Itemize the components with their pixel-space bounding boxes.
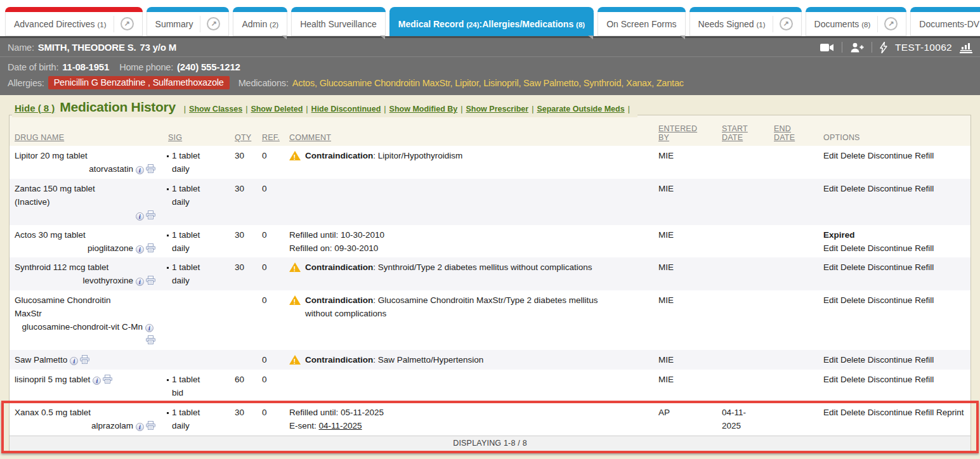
lightning-icon[interactable] <box>880 42 887 53</box>
option-delete[interactable]: Delete <box>840 184 865 193</box>
esent-date-link[interactable]: 04-11-2025 <box>319 421 362 430</box>
option-edit[interactable]: Edit <box>823 375 838 384</box>
column-header-qty[interactable]: QTY <box>228 133 256 146</box>
option-delete[interactable]: Delete <box>840 375 865 384</box>
option-edit[interactable]: Edit <box>823 151 838 160</box>
option-refill[interactable]: Refill <box>915 184 934 193</box>
link-separate-outside-meds[interactable]: Separate Outside Meds <box>537 105 624 113</box>
option-discontinue[interactable]: Discontinue <box>868 355 913 365</box>
option-edit[interactable]: Edit <box>823 408 838 417</box>
info-icon[interactable]: i <box>136 166 144 174</box>
printer-icon[interactable] <box>146 243 155 252</box>
option-edit[interactable]: Edit <box>823 184 838 193</box>
start-date-value <box>715 370 768 403</box>
medication-history-panel: Hide ( 8 ) Medication History |Show Clas… <box>9 115 971 451</box>
tab-admin-2[interactable]: Admin (2) <box>233 8 287 36</box>
option-refill[interactable]: Refill <box>915 408 934 417</box>
option-discontinue[interactable]: Discontinue <box>868 184 913 193</box>
hide-toggle-link[interactable]: Hide ( 8 ) <box>15 103 55 113</box>
column-header-entered-by[interactable]: ENTERED BY <box>652 124 715 146</box>
option-edit[interactable]: Edit <box>823 355 838 365</box>
info-icon[interactable]: i <box>93 377 101 385</box>
info-icon[interactable]: i <box>136 423 144 431</box>
column-header-drug-name[interactable]: DRUG NAME <box>10 133 162 146</box>
generic-name: levothyroxinei <box>15 275 157 288</box>
info-icon[interactable]: i <box>136 278 144 286</box>
end-date-value <box>768 290 817 350</box>
option-edit[interactable]: Edit <box>823 262 838 272</box>
printer-icon[interactable] <box>80 355 89 364</box>
option-discontinue[interactable]: Discontinue <box>868 375 913 384</box>
external-link-icon[interactable]: ↗ <box>114 16 134 32</box>
allergies-label: Allergies: <box>8 78 44 88</box>
column-header-ref[interactable]: REF. <box>256 133 283 146</box>
option-refill[interactable]: Refill <box>915 262 934 272</box>
start-date-value <box>715 179 768 225</box>
start-date-value <box>715 257 768 290</box>
tab-advanced-directives-1[interactable]: Advanced Directives (1)↗ <box>5 8 143 36</box>
ref-value: 0 <box>256 146 283 179</box>
option-delete[interactable]: Delete <box>840 355 865 365</box>
option-delete[interactable]: Delete <box>840 408 865 417</box>
end-date-value <box>768 403 817 436</box>
column-header-sig[interactable]: SIG <box>162 133 228 146</box>
option-edit[interactable]: Edit <box>823 295 838 305</box>
end-date-value <box>768 257 817 290</box>
tab-medical-record-24-allergies-medications-8[interactable]: Medical Record (24):Allergies/Medication… <box>389 8 594 36</box>
printer-icon[interactable] <box>146 421 155 430</box>
link-show-classes[interactable]: Show Classes <box>189 105 242 113</box>
option-delete[interactable]: Delete <box>840 243 865 253</box>
link-show-prescriber[interactable]: Show Prescriber <box>466 105 528 113</box>
column-header-start-date[interactable]: START DATE <box>715 124 768 146</box>
option-delete[interactable]: Delete <box>840 151 865 160</box>
option-refill[interactable]: Refill <box>915 375 934 384</box>
option-refill[interactable]: Refill <box>915 355 934 365</box>
external-link-icon[interactable]: ↗ <box>773 16 793 32</box>
option-refill[interactable]: Refill <box>915 295 934 305</box>
printer-icon[interactable] <box>146 164 155 173</box>
info-icon[interactable]: i <box>145 324 154 332</box>
option-delete[interactable]: Delete <box>840 295 865 305</box>
medications-list[interactable]: Actos, Glucosamine Chondroitin MaxStr, L… <box>292 78 684 88</box>
option-refill[interactable]: Refill <box>915 243 934 253</box>
tab-on-screen-forms[interactable]: On Screen Forms <box>598 8 685 36</box>
option-discontinue[interactable]: Discontinue <box>868 151 913 160</box>
printer-icon[interactable] <box>146 335 155 344</box>
option-delete[interactable]: Delete <box>840 262 865 272</box>
info-icon[interactable]: i <box>136 245 144 254</box>
comment-cell: Contraindication: Synthroid/Type 2 diabe… <box>283 257 652 290</box>
option-refill[interactable]: Refill <box>915 151 934 160</box>
link-show-deleted[interactable]: Show Deleted <box>251 105 303 113</box>
tab-health-surveillance[interactable]: Health Surveillance <box>291 8 386 36</box>
medication-view-links: |Show Classes|Show Deleted|Hide Disconti… <box>181 105 633 113</box>
external-link-icon[interactable]: ↗ <box>200 16 220 32</box>
option-discontinue[interactable]: Discontinue <box>868 408 913 417</box>
allergies-badge[interactable]: Penicillin G Benzathine , Sulfamethoxazo… <box>48 76 230 89</box>
start-date-value <box>715 146 768 179</box>
tab-documents-dv[interactable]: Documents-DV↗ <box>910 8 980 36</box>
option-discontinue[interactable]: Discontinue <box>868 243 913 253</box>
tab-needs-signed-1[interactable]: Needs Signed (1)↗ <box>689 8 802 36</box>
add-person-icon[interactable] <box>850 42 864 53</box>
printer-icon[interactable] <box>146 276 155 285</box>
link-show-modified-by[interactable]: Show Modified By <box>389 105 458 113</box>
column-header-options[interactable]: OPTIONS <box>817 133 970 146</box>
flowsheet-chart-icon[interactable] <box>960 42 972 53</box>
qty-value: 30 <box>228 146 256 179</box>
info-icon[interactable]: i <box>136 212 144 221</box>
table-footer: DISPLAYING 1-8 / 8 <box>10 436 970 451</box>
option-discontinue[interactable]: Discontinue <box>868 262 913 272</box>
printer-icon[interactable] <box>146 210 155 219</box>
printer-icon[interactable] <box>103 375 112 384</box>
link-hide-discontinued[interactable]: Hide Discontinued <box>311 105 381 113</box>
option-edit[interactable]: Edit <box>823 243 838 253</box>
tab-documents-8[interactable]: Documents (8)↗ <box>806 8 907 36</box>
option-reprint[interactable]: Reprint <box>936 408 964 417</box>
info-icon[interactable]: i <box>70 357 78 365</box>
tab-summary[interactable]: Summary↗ <box>147 8 230 36</box>
column-header-end-date[interactable]: END DATE <box>768 124 817 146</box>
external-link-icon[interactable]: ↗ <box>877 16 898 32</box>
video-camera-icon[interactable] <box>820 43 834 52</box>
option-discontinue[interactable]: Discontinue <box>868 295 913 305</box>
column-header-comment[interactable]: COMMENT <box>283 133 652 146</box>
